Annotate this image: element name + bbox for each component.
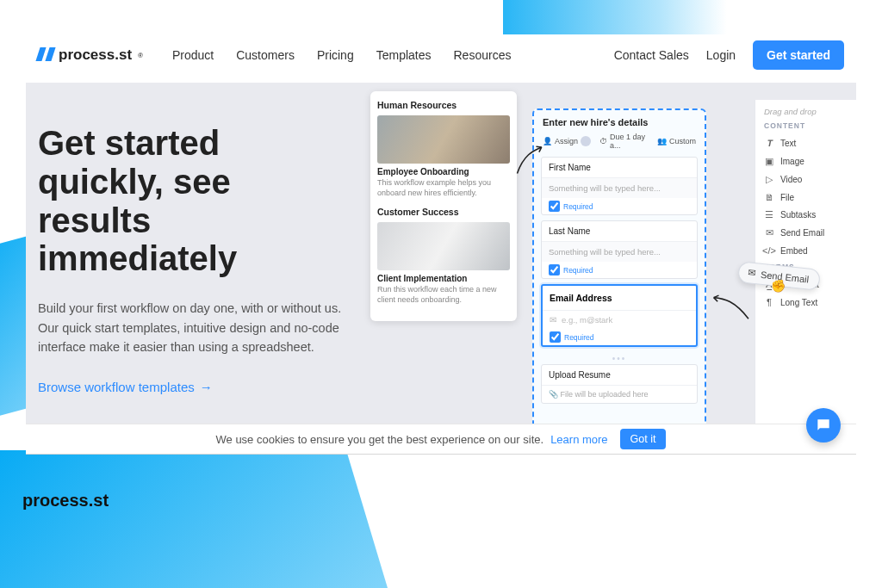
chat-icon <box>815 417 832 434</box>
arrow-right-icon: → <box>200 380 213 394</box>
field-placeholder: Something will be typed here... <box>542 242 697 262</box>
chat-launcher-button[interactable] <box>806 408 841 443</box>
cookie-banner: We use cookies to ensure you get the bes… <box>26 424 856 455</box>
cookie-learn-more-link[interactable]: Learn more <box>550 433 607 446</box>
required-toggle[interactable]: Required <box>542 198 697 214</box>
nav-templates[interactable]: Templates <box>376 48 432 62</box>
template-image <box>377 115 510 164</box>
template-desc: This workflow example helps you onboard … <box>377 178 510 198</box>
login-link[interactable]: Login <box>706 48 736 62</box>
due-control[interactable]: ⏱ Due 1 day a... <box>599 133 649 150</box>
field-upload-resume[interactable]: Upload Resume 📎 File will be uploaded he… <box>541 364 698 404</box>
insert-gap-icon: ••• <box>611 354 628 357</box>
form-task-title: Enter new hire's details <box>541 117 698 127</box>
drag-drop-hint: Drag and drop <box>764 107 848 116</box>
cookie-accept-button[interactable]: Got it <box>620 429 667 449</box>
video-icon: ▷ <box>764 174 774 185</box>
palette-longtext[interactable]: ¶Long Text <box>764 294 848 311</box>
file-icon: 🗎 <box>764 192 774 202</box>
nav-right: Contact Sales Login Get started <box>614 40 844 70</box>
palette-image[interactable]: ▣Image <box>764 152 848 170</box>
hero-body: Build your first workflow on day one, wi… <box>38 299 348 356</box>
field-first-name[interactable]: First Name Something will be typed here.… <box>541 157 698 215</box>
template-desc: Run this workflow each time a new client… <box>377 285 510 305</box>
nav-customers[interactable]: Customers <box>236 48 295 62</box>
grab-cursor-icon: ✊ <box>771 279 786 293</box>
hero-section: Get started quickly, see results immedia… <box>26 83 856 424</box>
decorative-gradient-bottom <box>0 450 388 588</box>
logo-icon <box>38 47 53 63</box>
get-started-button[interactable]: Get started <box>753 40 844 70</box>
nav-pricing[interactable]: Pricing <box>317 48 354 62</box>
cookie-message: We use cookies to ensure you get the bes… <box>216 433 544 446</box>
decorative-gradient-top <box>503 0 727 34</box>
template-card-onboarding[interactable]: Employee Onboarding This workflow exampl… <box>377 115 510 198</box>
palette-subtasks[interactable]: ☰Subtasks <box>764 206 848 224</box>
palette-video[interactable]: ▷Video <box>764 170 848 189</box>
template-title: Client Implementation <box>377 274 510 283</box>
avatar-icon <box>581 136 591 146</box>
field-label: Upload Resume <box>542 365 697 386</box>
palette-embed[interactable]: </>Embed <box>764 242 848 259</box>
palette-text[interactable]: 𝙏Text <box>764 134 848 152</box>
envelope-icon: ✉ <box>764 227 774 238</box>
file-placeholder: 📎 File will be uploaded here <box>542 386 697 403</box>
template-cards-panel: Human Resources Employee Onboarding This… <box>370 91 517 321</box>
custom-control[interactable]: 👥 Custom <box>657 137 696 145</box>
envelope-icon: ✉ <box>550 315 556 325</box>
hero-headline: Get started quickly, see results immedia… <box>38 124 348 278</box>
top-nav: process.st® Product Customers Pricing Te… <box>26 34 856 76</box>
email-placeholder-row: ✉ e.g., m@stark <box>543 310 696 329</box>
envelope-icon: ✉ <box>747 267 755 279</box>
field-label: First Name <box>542 158 697 178</box>
brand-logo[interactable]: process.st® <box>38 46 143 64</box>
connector-arrow-icon <box>510 141 550 182</box>
nav-links: Product Customers Pricing Templates Reso… <box>172 48 511 62</box>
content-palette: Drag and drop CONTENT 𝙏Text ▣Image ▷Vide… <box>755 100 856 424</box>
connector-arrow-icon <box>710 289 751 331</box>
required-checkbox[interactable] <box>550 331 561 343</box>
contact-sales-link[interactable]: Contact Sales <box>614 48 689 62</box>
form-builder-panel: Enter new hire's details 👤 Assign ⏱ Due … <box>532 108 706 424</box>
image-icon: ▣ <box>764 156 774 167</box>
field-label: Last Name <box>542 221 697 242</box>
section-cs: Customer Success <box>377 207 510 217</box>
nav-resources[interactable]: Resources <box>454 48 512 62</box>
field-last-name[interactable]: Last Name Something will be typed here..… <box>541 220 698 279</box>
task-meta: 👤 Assign ⏱ Due 1 day a... 👥 Custom <box>541 133 698 150</box>
long-text-icon: ¶ <box>764 297 774 307</box>
trademark: ® <box>138 52 143 59</box>
subtasks-icon: ☰ <box>764 209 774 220</box>
field-placeholder: Something will be typed here... <box>542 178 697 198</box>
required-checkbox[interactable] <box>549 264 560 275</box>
text-icon: 𝙏 <box>764 138 774 149</box>
template-card-client[interactable]: Client Implementation Run this workflow … <box>377 222 510 305</box>
palette-sendemail[interactable]: ✉Send Email <box>764 224 848 242</box>
field-label: Email Address <box>543 286 696 310</box>
required-checkbox[interactable] <box>549 201 560 212</box>
email-placeholder: e.g., m@stark <box>562 315 612 325</box>
assign-control[interactable]: 👤 Assign <box>543 136 591 146</box>
required-toggle[interactable]: Required <box>543 329 696 345</box>
template-image <box>377 222 510 270</box>
page-caption: process.st <box>22 491 109 511</box>
nav-product[interactable]: Product <box>172 48 214 62</box>
palette-header-content: CONTENT <box>764 121 848 130</box>
brand-name: process.st <box>59 46 132 64</box>
section-hr: Human Resources <box>377 100 510 110</box>
field-email-active[interactable]: Email Address ✉ e.g., m@stark Required <box>541 284 698 347</box>
hero-copy: Get started quickly, see results immedia… <box>38 124 348 395</box>
browse-templates-link[interactable]: Browse workflow templates → <box>38 380 213 394</box>
embed-icon: </> <box>764 245 774 256</box>
browse-templates-label: Browse workflow templates <box>38 380 195 394</box>
palette-file[interactable]: 🗎File <box>764 189 848 206</box>
required-toggle[interactable]: Required <box>542 262 697 278</box>
template-title: Employee Onboarding <box>377 167 510 176</box>
